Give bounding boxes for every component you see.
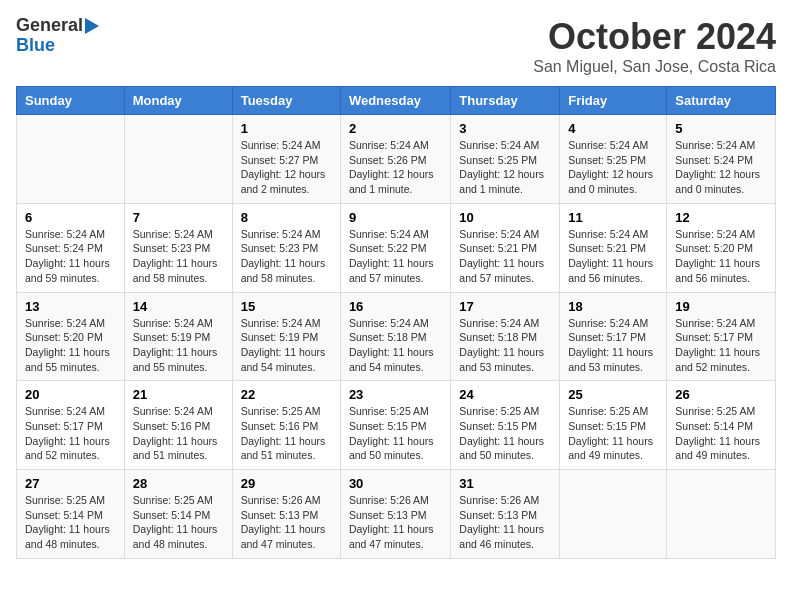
day-number: 8: [241, 210, 332, 225]
day-info: Sunrise: 5:25 AMSunset: 5:14 PMDaylight:…: [25, 493, 116, 552]
calendar-cell: 11Sunrise: 5:24 AMSunset: 5:21 PMDayligh…: [560, 203, 667, 292]
calendar-cell: 20Sunrise: 5:24 AMSunset: 5:17 PMDayligh…: [17, 381, 125, 470]
day-info: Sunrise: 5:25 AMSunset: 5:14 PMDaylight:…: [675, 404, 767, 463]
day-number: 11: [568, 210, 658, 225]
day-number: 14: [133, 299, 224, 314]
day-info: Sunrise: 5:24 AMSunset: 5:18 PMDaylight:…: [349, 316, 442, 375]
day-info: Sunrise: 5:26 AMSunset: 5:13 PMDaylight:…: [241, 493, 332, 552]
day-info: Sunrise: 5:25 AMSunset: 5:15 PMDaylight:…: [459, 404, 551, 463]
day-number: 10: [459, 210, 551, 225]
day-info: Sunrise: 5:26 AMSunset: 5:13 PMDaylight:…: [459, 493, 551, 552]
day-info: Sunrise: 5:24 AMSunset: 5:27 PMDaylight:…: [241, 138, 332, 197]
calendar-week-row: 20Sunrise: 5:24 AMSunset: 5:17 PMDayligh…: [17, 381, 776, 470]
day-info: Sunrise: 5:24 AMSunset: 5:17 PMDaylight:…: [568, 316, 658, 375]
day-number: 17: [459, 299, 551, 314]
day-number: 29: [241, 476, 332, 491]
calendar-cell: 28Sunrise: 5:25 AMSunset: 5:14 PMDayligh…: [124, 470, 232, 559]
calendar-cell: 3Sunrise: 5:24 AMSunset: 5:25 PMDaylight…: [451, 115, 560, 204]
logo: General Blue: [16, 16, 99, 56]
day-number: 21: [133, 387, 224, 402]
day-number: 27: [25, 476, 116, 491]
calendar-cell: [124, 115, 232, 204]
page-header: General Blue October 2024 San Miguel, Sa…: [16, 16, 776, 76]
calendar-cell: 26Sunrise: 5:25 AMSunset: 5:14 PMDayligh…: [667, 381, 776, 470]
day-info: Sunrise: 5:25 AMSunset: 5:16 PMDaylight:…: [241, 404, 332, 463]
day-info: Sunrise: 5:24 AMSunset: 5:24 PMDaylight:…: [675, 138, 767, 197]
calendar-cell: 16Sunrise: 5:24 AMSunset: 5:18 PMDayligh…: [340, 292, 450, 381]
calendar-week-row: 6Sunrise: 5:24 AMSunset: 5:24 PMDaylight…: [17, 203, 776, 292]
calendar-cell: [560, 470, 667, 559]
calendar-cell: 18Sunrise: 5:24 AMSunset: 5:17 PMDayligh…: [560, 292, 667, 381]
day-info: Sunrise: 5:24 AMSunset: 5:18 PMDaylight:…: [459, 316, 551, 375]
day-info: Sunrise: 5:24 AMSunset: 5:23 PMDaylight:…: [133, 227, 224, 286]
calendar-cell: 9Sunrise: 5:24 AMSunset: 5:22 PMDaylight…: [340, 203, 450, 292]
day-info: Sunrise: 5:24 AMSunset: 5:23 PMDaylight:…: [241, 227, 332, 286]
day-number: 25: [568, 387, 658, 402]
day-number: 28: [133, 476, 224, 491]
day-number: 20: [25, 387, 116, 402]
calendar-week-row: 13Sunrise: 5:24 AMSunset: 5:20 PMDayligh…: [17, 292, 776, 381]
calendar-cell: 13Sunrise: 5:24 AMSunset: 5:20 PMDayligh…: [17, 292, 125, 381]
day-number: 2: [349, 121, 442, 136]
calendar-week-row: 1Sunrise: 5:24 AMSunset: 5:27 PMDaylight…: [17, 115, 776, 204]
calendar-cell: 7Sunrise: 5:24 AMSunset: 5:23 PMDaylight…: [124, 203, 232, 292]
day-number: 23: [349, 387, 442, 402]
calendar-cell: [17, 115, 125, 204]
day-number: 5: [675, 121, 767, 136]
day-number: 15: [241, 299, 332, 314]
calendar-cell: 21Sunrise: 5:24 AMSunset: 5:16 PMDayligh…: [124, 381, 232, 470]
day-info: Sunrise: 5:24 AMSunset: 5:20 PMDaylight:…: [25, 316, 116, 375]
title-block: October 2024 San Miguel, San Jose, Costa…: [533, 16, 776, 76]
day-number: 30: [349, 476, 442, 491]
calendar-cell: 14Sunrise: 5:24 AMSunset: 5:19 PMDayligh…: [124, 292, 232, 381]
day-number: 7: [133, 210, 224, 225]
day-number: 6: [25, 210, 116, 225]
calendar-cell: 17Sunrise: 5:24 AMSunset: 5:18 PMDayligh…: [451, 292, 560, 381]
day-info: Sunrise: 5:26 AMSunset: 5:13 PMDaylight:…: [349, 493, 442, 552]
day-info: Sunrise: 5:25 AMSunset: 5:14 PMDaylight:…: [133, 493, 224, 552]
month-title: October 2024: [533, 16, 776, 58]
day-number: 9: [349, 210, 442, 225]
day-number: 1: [241, 121, 332, 136]
day-info: Sunrise: 5:24 AMSunset: 5:21 PMDaylight:…: [568, 227, 658, 286]
day-info: Sunrise: 5:24 AMSunset: 5:25 PMDaylight:…: [459, 138, 551, 197]
location-subtitle: San Miguel, San Jose, Costa Rica: [533, 58, 776, 76]
calendar-week-row: 27Sunrise: 5:25 AMSunset: 5:14 PMDayligh…: [17, 470, 776, 559]
header-monday: Monday: [124, 87, 232, 115]
day-number: 13: [25, 299, 116, 314]
day-info: Sunrise: 5:24 AMSunset: 5:26 PMDaylight:…: [349, 138, 442, 197]
header-tuesday: Tuesday: [232, 87, 340, 115]
day-info: Sunrise: 5:24 AMSunset: 5:22 PMDaylight:…: [349, 227, 442, 286]
calendar-cell: 31Sunrise: 5:26 AMSunset: 5:13 PMDayligh…: [451, 470, 560, 559]
calendar-cell: 4Sunrise: 5:24 AMSunset: 5:25 PMDaylight…: [560, 115, 667, 204]
calendar-header-row: SundayMondayTuesdayWednesdayThursdayFrid…: [17, 87, 776, 115]
calendar-cell: 29Sunrise: 5:26 AMSunset: 5:13 PMDayligh…: [232, 470, 340, 559]
header-thursday: Thursday: [451, 87, 560, 115]
header-saturday: Saturday: [667, 87, 776, 115]
day-info: Sunrise: 5:24 AMSunset: 5:19 PMDaylight:…: [241, 316, 332, 375]
day-info: Sunrise: 5:24 AMSunset: 5:17 PMDaylight:…: [675, 316, 767, 375]
day-info: Sunrise: 5:24 AMSunset: 5:24 PMDaylight:…: [25, 227, 116, 286]
logo-blue: Blue: [16, 36, 55, 56]
day-number: 31: [459, 476, 551, 491]
day-number: 3: [459, 121, 551, 136]
day-info: Sunrise: 5:24 AMSunset: 5:19 PMDaylight:…: [133, 316, 224, 375]
calendar-cell: 10Sunrise: 5:24 AMSunset: 5:21 PMDayligh…: [451, 203, 560, 292]
calendar-cell: 12Sunrise: 5:24 AMSunset: 5:20 PMDayligh…: [667, 203, 776, 292]
calendar-cell: 8Sunrise: 5:24 AMSunset: 5:23 PMDaylight…: [232, 203, 340, 292]
day-number: 12: [675, 210, 767, 225]
logo-arrow-icon: [85, 18, 99, 34]
calendar-cell: 25Sunrise: 5:25 AMSunset: 5:15 PMDayligh…: [560, 381, 667, 470]
day-number: 26: [675, 387, 767, 402]
calendar-cell: 22Sunrise: 5:25 AMSunset: 5:16 PMDayligh…: [232, 381, 340, 470]
day-number: 16: [349, 299, 442, 314]
day-info: Sunrise: 5:25 AMSunset: 5:15 PMDaylight:…: [568, 404, 658, 463]
calendar-cell: 27Sunrise: 5:25 AMSunset: 5:14 PMDayligh…: [17, 470, 125, 559]
logo-general: General: [16, 16, 83, 36]
header-sunday: Sunday: [17, 87, 125, 115]
calendar-cell: 2Sunrise: 5:24 AMSunset: 5:26 PMDaylight…: [340, 115, 450, 204]
calendar-cell: 1Sunrise: 5:24 AMSunset: 5:27 PMDaylight…: [232, 115, 340, 204]
day-info: Sunrise: 5:24 AMSunset: 5:20 PMDaylight:…: [675, 227, 767, 286]
calendar-cell: 30Sunrise: 5:26 AMSunset: 5:13 PMDayligh…: [340, 470, 450, 559]
header-friday: Friday: [560, 87, 667, 115]
